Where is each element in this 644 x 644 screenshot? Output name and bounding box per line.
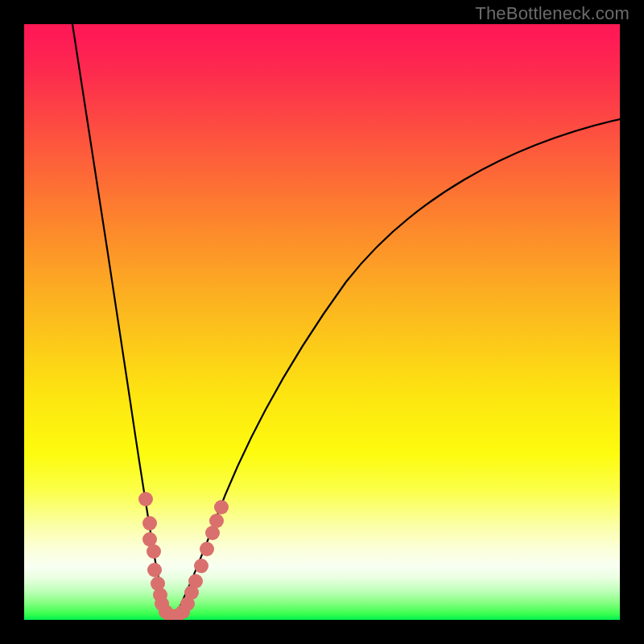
dot (142, 516, 157, 530)
watermark-text: TheBottleneck.com (475, 3, 630, 24)
dot (147, 563, 162, 577)
bottleneck-curve-right (175, 119, 620, 617)
dot (200, 542, 214, 556)
dot (214, 500, 229, 514)
sample-dots (138, 492, 229, 620)
dot (209, 514, 224, 528)
dot (138, 492, 153, 506)
dot (188, 574, 203, 588)
dot (194, 559, 208, 573)
chart-svg (24, 24, 620, 620)
plot-area (24, 24, 620, 620)
chart-frame: TheBottleneck.com (0, 0, 644, 644)
dot (147, 544, 161, 559)
